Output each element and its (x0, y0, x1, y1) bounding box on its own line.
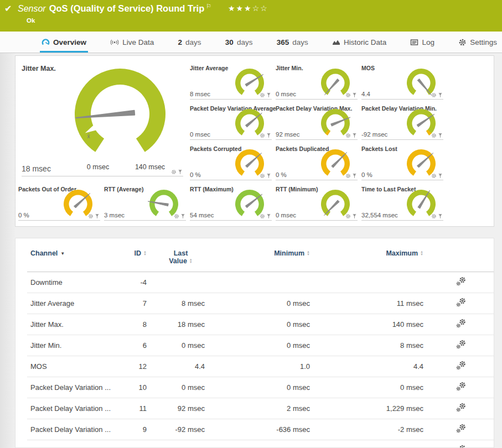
status-badge: Ok (27, 17, 35, 24)
pin-icon[interactable] (352, 92, 357, 98)
sensor-header: ✔ SensorQoS (Quality of Service) Round T… (0, 0, 502, 32)
channel-settings-gears-icon[interactable] (456, 298, 467, 308)
gauge-settings-gear-icon[interactable] (431, 173, 437, 179)
table-row-packet-delay-variation: Packet Delay Variation ...1192 msec2 mse… (27, 398, 494, 419)
cell-actions[interactable] (430, 398, 494, 419)
cell-minimum: 2 msec (211, 398, 317, 419)
tab-historic-data[interactable]: Historic Data (330, 32, 388, 53)
gauge-icon (42, 38, 50, 46)
gauge-actions (88, 213, 100, 219)
gauge-settings-gear-icon[interactable] (171, 169, 177, 175)
cell-actions[interactable] (430, 272, 494, 293)
channel-settings-gears-icon[interactable] (456, 361, 467, 371)
column-header-last-value[interactable]: Last Value (153, 246, 211, 272)
sort-icon (307, 251, 310, 256)
gauge-settings-gear-icon[interactable] (345, 92, 351, 98)
pin-icon[interactable] (180, 213, 185, 219)
gauge-value: 0 msec (276, 212, 296, 218)
tab-settings[interactable]: Settings (457, 32, 499, 53)
cell-actions[interactable] (430, 356, 494, 377)
pin-icon[interactable] (178, 169, 183, 175)
sort-icon (420, 251, 423, 256)
cell-minimum: 0 msec (211, 335, 317, 356)
pin-icon[interactable] (438, 133, 443, 138)
gauge-settings-gear-icon[interactable] (88, 213, 94, 219)
gauge-settings-gear-icon[interactable] (431, 92, 437, 98)
gauge-settings-gear-icon[interactable] (345, 213, 351, 219)
cell-actions[interactable] (430, 314, 494, 335)
tab-30-days[interactable]: 30days (224, 32, 255, 53)
gauge-actions (174, 213, 185, 219)
pin-icon[interactable] (352, 213, 357, 219)
gauge-settings-gear-icon[interactable] (174, 213, 179, 219)
channel-settings-gears-icon[interactable] (456, 424, 467, 434)
status-ok-check-icon: ✔ (4, 3, 12, 14)
tab-log[interactable]: Log (408, 32, 436, 53)
tab-overview[interactable]: Overview (40, 32, 88, 53)
channel-settings-gears-icon[interactable] (456, 340, 467, 350)
gauge-value: -92 msec (361, 131, 387, 138)
tab-2-days[interactable]: 2days (177, 32, 203, 53)
gauge-settings-gear-icon[interactable] (260, 213, 265, 219)
pin-icon[interactable] (266, 133, 271, 138)
gauge-value: 3 msec (104, 212, 125, 218)
cell-actions[interactable] (430, 377, 494, 398)
cell-actions[interactable] (430, 440, 494, 448)
pin-icon[interactable] (266, 173, 271, 179)
channel-settings-gears-icon[interactable] (456, 403, 467, 413)
gauge-tile-jitter-max: Jitter Max. x̄0 msec140 msec18 msec (22, 63, 183, 176)
channel-settings-gears-icon[interactable] (456, 382, 467, 392)
cell-channel: Packet Delay Variation ... (27, 419, 127, 440)
pin-icon[interactable] (438, 213, 443, 219)
gauge-tile-jitter-average: Jitter Average8 msec (190, 63, 272, 100)
cell-minimum: 1.0 (211, 356, 317, 377)
column-header-maximum[interactable]: Maximum (317, 246, 430, 272)
pin-icon[interactable] (438, 173, 443, 179)
gauge-tile-time-to-last-packet: Time to Last Packet32,554 msec (361, 184, 443, 221)
pin-icon[interactable] (266, 92, 271, 98)
tab-365-days[interactable]: 365days (275, 32, 310, 53)
cell-id: 6 (127, 335, 153, 356)
gauge-settings-gear-icon[interactable] (431, 213, 437, 219)
sort-icon (143, 251, 147, 256)
priority-star-rating[interactable]: ★★★☆☆ (228, 4, 268, 13)
cell-actions[interactable] (430, 419, 494, 440)
column-header-id[interactable]: ID (127, 246, 153, 272)
gauge-settings-gear-icon[interactable] (345, 173, 351, 179)
cell-actions[interactable] (430, 293, 494, 314)
pin-icon[interactable] (352, 133, 357, 138)
cell-maximum: 0 % (317, 440, 430, 448)
gauge-settings-gear-icon[interactable] (345, 133, 351, 138)
channel-settings-gears-icon[interactable] (456, 445, 467, 448)
gauge-settings-gear-icon[interactable] (260, 173, 265, 179)
cell-actions[interactable] (430, 335, 494, 356)
tab-bar: OverviewLive Data2days30days365daysHisto… (0, 32, 502, 53)
cell-minimum (211, 272, 317, 293)
cell-maximum (317, 272, 430, 293)
pin-icon[interactable] (266, 213, 271, 219)
gauge-actions (171, 169, 183, 175)
cell-last-value (153, 272, 211, 293)
channel-settings-gears-icon[interactable] (456, 319, 467, 329)
gauge-value: 18 msec (22, 164, 51, 173)
gauge-settings-gear-icon[interactable] (431, 133, 437, 138)
pin-icon[interactable] (95, 213, 100, 219)
gauge-settings-gear-icon[interactable] (260, 92, 265, 98)
cell-last-value: -92 msec (153, 419, 211, 440)
gauge-tile-jitter-min: Jitter Min.0 msec (276, 63, 358, 100)
object-kind-label: Sensor (18, 4, 46, 13)
gauge-settings-gear-icon[interactable] (260, 133, 265, 138)
flag-icon[interactable]: ⚐ (206, 3, 211, 9)
pin-icon[interactable] (352, 173, 357, 179)
gauge-actions (431, 92, 443, 98)
cell-last-value: 0 msec (153, 377, 211, 398)
pin-icon[interactable] (438, 92, 443, 98)
cell-maximum: 0 msec (317, 377, 430, 398)
gauge-actions (431, 213, 443, 219)
column-header-channel[interactable]: Channel (27, 246, 127, 272)
gear-icon (458, 38, 467, 46)
column-header-minimum[interactable]: Minimum (211, 246, 317, 272)
cell-last-value: 4.4 (153, 356, 211, 377)
tab-live-data[interactable]: Live Data (108, 32, 156, 53)
channel-settings-gears-icon[interactable] (456, 277, 467, 286)
